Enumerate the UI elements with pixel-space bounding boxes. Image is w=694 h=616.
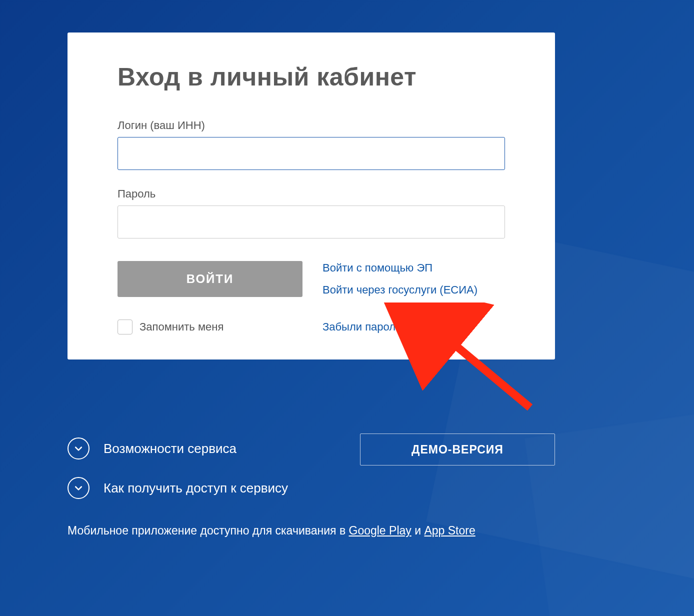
forgot-password: Забыли пароль? [322,320,408,334]
demo-button[interactable]: ДЕМО-ВЕРСИЯ [360,434,555,466]
app-sep: и [412,524,424,537]
forgot-password-link[interactable]: Забыли пароль? [322,320,408,333]
actions-row: ВОЙТИ Войти с помощью ЭП Войти через гос… [118,261,505,297]
below-card-section: Возможности сервиса ДЕМО-ВЕРСИЯ Как полу… [68,438,555,538]
login-esia-link[interactable]: Войти через госуслуги (ЕСИА) [322,284,478,296]
remember-me: Запомнить меня [118,320,302,334]
login-input[interactable] [118,137,505,170]
password-label: Пароль [118,188,505,200]
bottom-row: Запомнить меня Забыли пароль? [118,320,505,334]
alt-login-links: Войти с помощью ЭП Войти через госуслуги… [322,261,478,297]
login-ep-link[interactable]: Войти с помощью ЭП [322,262,478,274]
chevron-down-icon [68,477,90,499]
login-button[interactable]: ВОЙТИ [118,261,302,297]
password-input[interactable] [118,206,505,238]
app-prefix: Мобильное приложение доступно для скачив… [68,524,349,537]
expander-howto-label: Как получить доступ к сервису [104,480,288,496]
chevron-down-icon [68,438,90,460]
page-title: Вход в личный кабинет [118,62,505,92]
google-play-link[interactable]: Google Play [349,524,412,537]
remember-label: Запомнить меня [140,320,224,334]
login-label: Логин (ваш ИНН) [118,119,505,132]
expander-capabilities-label: Возможности сервиса [104,441,236,456]
expander-howto[interactable]: Как получить доступ к сервису [68,477,555,499]
remember-checkbox[interactable] [118,320,132,334]
mobile-app-line: Мобильное приложение доступно для скачив… [68,524,555,538]
login-field-group: Логин (ваш ИНН) [118,119,505,170]
login-card: Вход в личный кабинет Логин (ваш ИНН) Па… [68,32,555,360]
password-field-group: Пароль [118,188,505,238]
app-store-link[interactable]: App Store [424,524,475,537]
